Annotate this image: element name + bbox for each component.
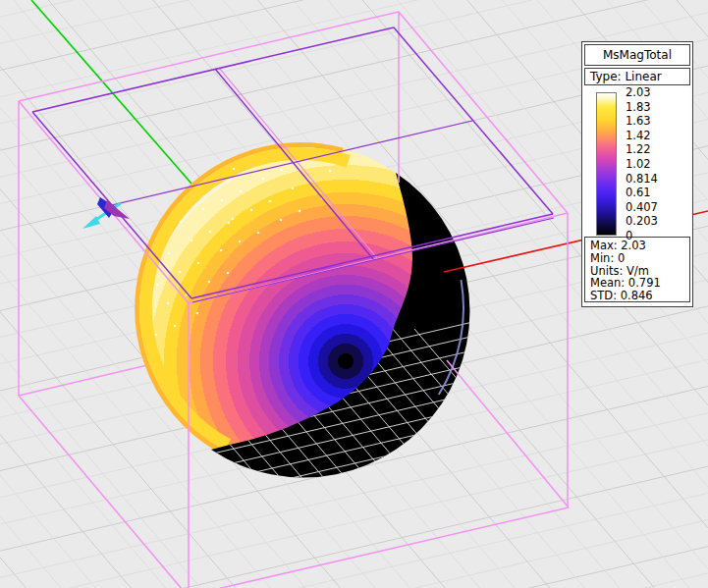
colorbar-tick-label: 2.03 <box>626 86 658 98</box>
colorbar-tick-label: 0.814 <box>626 173 658 185</box>
legend-type-label: Type: Linear <box>584 68 690 85</box>
colorbar-tick-label: 0.407 <box>626 201 658 213</box>
results-legend: MsMagTotal Type: Linear 2.031.831.631.42… <box>581 41 693 307</box>
stat-line: Min: 0 <box>590 252 689 265</box>
colorbar-tick-labels: 2.031.831.631.421.221.020.8140.610.4070.… <box>626 86 658 241</box>
colorbar-tick-label: 1.63 <box>626 115 658 127</box>
colorbar-tick-label: 0.61 <box>626 187 658 198</box>
legend-stats: Max: 2.03Min: 0Units: V/mMean: 0.791STD:… <box>584 237 690 302</box>
colorbar-tick-label: 1.42 <box>626 130 658 141</box>
colorbar-tick-label: 0 <box>626 230 658 241</box>
legend-title: MsMagTotal <box>584 44 690 66</box>
colorbar-tick-label: 1.22 <box>626 143 658 155</box>
colorbar: 2.031.831.631.421.221.020.8140.610.4070.… <box>584 87 690 237</box>
colorbar-tick-label: 0.203 <box>626 215 658 227</box>
simulation-viewport: MsMagTotal Type: Linear 2.031.831.631.42… <box>0 0 708 588</box>
colorbar-tick-label: 1.83 <box>626 101 658 113</box>
stat-line: STD: 0.846 <box>590 290 689 302</box>
colorbar-tick-label: 1.02 <box>626 158 658 170</box>
colorbar-gradient <box>596 92 617 236</box>
